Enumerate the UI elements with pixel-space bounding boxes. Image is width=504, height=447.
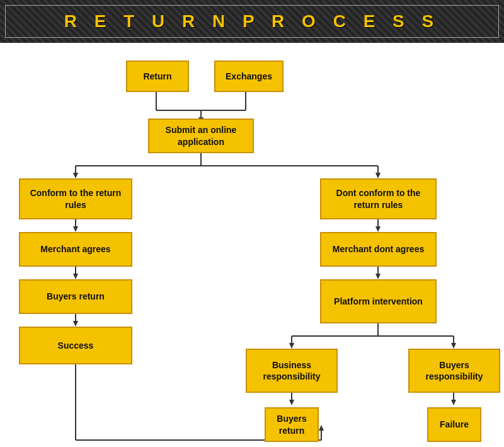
svg-marker-34 [451, 400, 456, 405]
buyers-resp-box: Buyers responsibility [408, 349, 500, 393]
exchanges-box: Exchanges [214, 61, 284, 92]
failure-box: Failure [427, 407, 481, 442]
platform-box: Platform intervention [320, 279, 437, 323]
header: R E T U R N P R O C E S S [0, 0, 504, 43]
conform-box: Conform to the return rules [19, 178, 132, 219]
buyers-return-right-box: Buyers return [265, 407, 319, 442]
svg-marker-20 [319, 425, 324, 431]
diagram: Return Exchanges Submit an online applic… [0, 43, 504, 447]
success-box: Success [19, 327, 132, 364]
svg-marker-14 [73, 274, 78, 279]
svg-marker-10 [375, 173, 381, 178]
svg-marker-30 [451, 343, 456, 349]
svg-marker-16 [73, 321, 78, 327]
return-box: Return [126, 61, 189, 92]
svg-marker-8 [73, 173, 78, 178]
header-title: R E T U R N P R O C E S S [64, 11, 440, 31]
svg-marker-24 [375, 274, 381, 279]
business-resp-box: Business responsibility [246, 349, 338, 393]
merchant-dont-box: Merchant dont agrees [320, 232, 437, 267]
buyers-return-left-box: Buyers return [19, 279, 132, 314]
svg-marker-32 [289, 400, 294, 405]
dont-conform-box: Dont conform to the return rules [320, 178, 437, 219]
svg-marker-28 [289, 343, 294, 349]
submit-box: Submit an online application [148, 119, 254, 153]
merchant-agrees-box: Merchant agrees [19, 232, 132, 267]
svg-marker-22 [375, 226, 381, 232]
svg-marker-12 [73, 226, 78, 232]
